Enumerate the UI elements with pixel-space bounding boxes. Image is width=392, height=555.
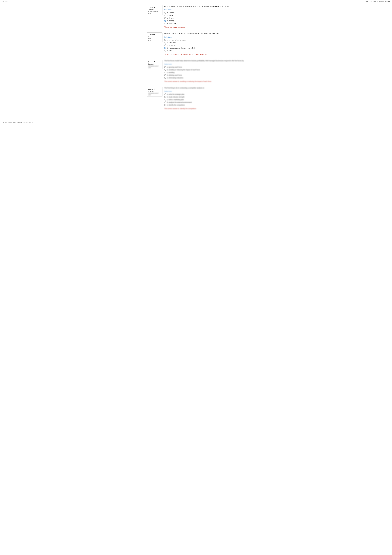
- question-number-label: Question 5: [148, 33, 161, 36]
- option-item-6-e[interactable]: e. eliminating industries: [164, 77, 245, 79]
- select-one-label-4: Select one:: [164, 9, 245, 11]
- radio-5-a[interactable]: [164, 39, 166, 41]
- option-item-6-b[interactable]: b. avoiding or reducing the impact of ea…: [164, 69, 245, 71]
- option-item-7-e[interactable]: e. identify the competitors: [164, 104, 245, 106]
- correct-answer-7: The correct answer is: identify the comp…: [164, 108, 245, 110]
- option-item-5-e[interactable]: e. sales: [164, 50, 245, 51]
- question-number-label: Question 7: [148, 88, 161, 90]
- option-item-5-a[interactable]: a. new entrants in an industry: [164, 39, 245, 41]
- option-text-7-b: b. study industry strength: [167, 96, 184, 98]
- question-status-label: Complete: [148, 36, 161, 38]
- question-block-5: Question 5Complete1.00 points out of 1.0…: [147, 32, 245, 55]
- option-item-7-c[interactable]: c. write a marketing plan: [164, 99, 245, 101]
- question-block-7: Question 7Complete1.00 points out of 1.0…: [147, 87, 245, 110]
- radio-4-d[interactable]: [164, 20, 166, 22]
- footer-left: You have correctly answered 4 out of 4 q…: [2, 122, 34, 123]
- option-item-6-d[interactable]: d. deleting each force: [164, 74, 245, 76]
- question-status-label: Complete: [148, 90, 161, 92]
- page-footer: You have correctly answered 4 out of 4 q…: [0, 121, 392, 124]
- option-text-6-c: c. avoiding: [167, 72, 174, 73]
- radio-6-b[interactable]: [164, 69, 166, 71]
- question-body-7: The first thing to do in conducting a co…: [164, 87, 245, 110]
- radio-7-d[interactable]: [164, 102, 166, 103]
- option-item-7-d[interactable]: d. analyze the external environment: [164, 102, 245, 103]
- option-item-4-d[interactable]: d. industry: [164, 20, 245, 22]
- question-body-5: Applying the five forces model to an ind…: [164, 32, 245, 55]
- options-list-4: a. networkb. clusterc. divisiond. indust…: [164, 12, 245, 24]
- header-title: Quiz 4: Industry and Competitor Analysis: [365, 1, 390, 2]
- question-sidebar-7: Question 7Complete1.00 points out of 1.0…: [147, 87, 163, 97]
- radio-7-c[interactable]: [164, 99, 166, 101]
- question-sidebar-6: Question 6Complete1.00 points out of 1.0…: [147, 60, 163, 69]
- radio-6-c[interactable]: [164, 72, 166, 73]
- select-one-label-7: Select one:: [164, 90, 245, 92]
- select-one-label-6: Select one:: [164, 63, 245, 65]
- radio-7-a[interactable]: [164, 93, 166, 95]
- option-item-4-e[interactable]: e. department: [164, 22, 245, 24]
- question-points-label: 1.00 points out of 1.00: [148, 38, 161, 41]
- option-text-4-e: e. department: [167, 22, 177, 24]
- option-item-5-c[interactable]: c. growth rate: [164, 44, 245, 46]
- option-text-5-e: e. sales: [167, 50, 172, 51]
- option-text-5-d: d. the average rate of return in an indu…: [167, 47, 196, 49]
- option-item-6-c[interactable]: c. avoiding: [164, 72, 245, 73]
- radio-7-b[interactable]: [164, 96, 166, 98]
- radio-4-c[interactable]: [164, 17, 166, 19]
- option-text-5-c: c. growth rate: [167, 44, 177, 46]
- option-text-7-e: e. identify the competitors: [167, 104, 185, 106]
- option-text-6-e: e. eliminating industries: [167, 77, 183, 79]
- radio-7-e[interactable]: [164, 104, 166, 106]
- radio-6-a[interactable]: [164, 66, 166, 68]
- question-text-6: The five forces model helps determine in…: [164, 60, 245, 62]
- options-list-6: a. ignoring each forceb. avoiding or red…: [164, 66, 245, 79]
- question-text-5: Applying the five forces model to an ind…: [164, 32, 245, 35]
- question-text-7: The first thing to do in conducting a co…: [164, 87, 245, 89]
- option-item-5-b[interactable]: b. failure rate: [164, 42, 245, 44]
- radio-5-e[interactable]: [164, 50, 166, 51]
- option-text-7-a: a. write the strategic plan: [167, 93, 184, 95]
- radio-5-b[interactable]: [164, 42, 166, 44]
- select-one-label-5: Select one:: [164, 36, 245, 38]
- option-item-5-d[interactable]: d. the average rate of return in an indu…: [164, 47, 245, 49]
- radio-4-e[interactable]: [164, 22, 166, 24]
- option-text-6-d: d. deleting each force: [167, 74, 182, 76]
- radio-4-a[interactable]: [164, 12, 166, 14]
- question-number-label: Question 6: [148, 61, 161, 63]
- option-text-4-a: a. network: [167, 12, 174, 14]
- options-list-7: a. write the strategic planb. study indu…: [164, 93, 245, 106]
- option-item-7-b[interactable]: b. study industry strength: [164, 96, 245, 98]
- question-points-label: 1.00 points out of 1.00: [148, 11, 161, 14]
- option-item-4-b[interactable]: b. cluster: [164, 15, 245, 16]
- option-item-4-a[interactable]: a. network: [164, 12, 245, 14]
- radio-6-d[interactable]: [164, 74, 166, 76]
- correct-answer-6: The correct answer is: avoiding or reduc…: [164, 80, 245, 82]
- option-text-6-b: b. avoiding or reducing the impact of ea…: [167, 69, 200, 71]
- option-item-4-c[interactable]: c. division: [164, 17, 245, 19]
- question-sidebar-4: Question 4Complete1.00 points out of 1.0…: [147, 5, 163, 15]
- radio-4-b[interactable]: [164, 15, 166, 16]
- question-points-label: 1.00 points out of 1.00: [148, 93, 161, 96]
- question-body-4: Firms producing comparable products to o…: [164, 5, 245, 28]
- question-points-label: 1.00 points out of 1.00: [148, 65, 161, 68]
- option-text-5-a: a. new entrants in an industry: [167, 39, 187, 41]
- option-text-4-b: b. cluster: [167, 15, 173, 16]
- option-text-4-c: c. division: [167, 17, 174, 19]
- question-block-4: Question 4Complete1.00 points out of 1.0…: [147, 5, 245, 28]
- option-text-5-b: b. failure rate: [167, 42, 176, 44]
- question-status-label: Complete: [148, 9, 161, 10]
- question-sidebar-5: Question 5Complete1.00 points out of 1.0…: [147, 32, 163, 42]
- option-item-7-a[interactable]: a. write the strategic plan: [164, 93, 245, 95]
- option-text-6-a: a. ignoring each force: [167, 66, 182, 68]
- page-content: Question 4Complete1.00 points out of 1.0…: [146, 3, 246, 116]
- question-status-label: Complete: [148, 63, 161, 65]
- question-body-6: The five forces model helps determine in…: [164, 60, 245, 82]
- question-text-4: Firms producing comparable products to o…: [164, 5, 245, 7]
- options-list-5: a. new entrants in an industryb. failure…: [164, 39, 245, 51]
- radio-5-c[interactable]: [164, 44, 166, 46]
- question-block-6: Question 6Complete1.00 points out of 1.0…: [147, 60, 245, 82]
- question-number-label: Question 4: [148, 6, 161, 9]
- option-text-4-d: d. industry: [167, 20, 174, 22]
- radio-5-d[interactable]: [164, 47, 166, 49]
- option-item-6-a[interactable]: a. ignoring each force: [164, 66, 245, 68]
- radio-6-e[interactable]: [164, 77, 166, 79]
